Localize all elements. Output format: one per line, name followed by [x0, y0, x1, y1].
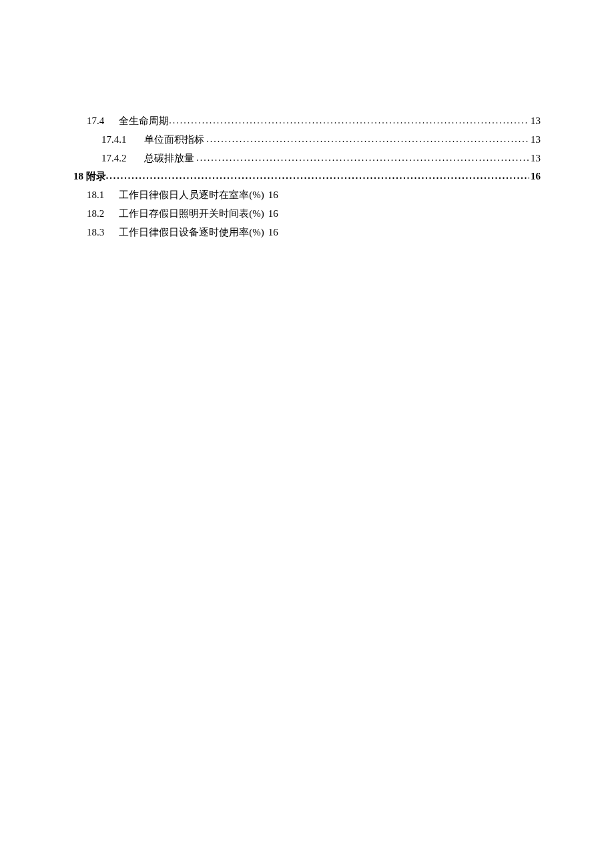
toc-title: 工作日律假日人员逐时在室率(%): [119, 186, 264, 205]
toc-title: 全生命周期: [119, 112, 169, 131]
toc-leader: ........................................…: [106, 167, 529, 185]
toc-number: 17.4.1: [101, 131, 127, 149]
toc-number: 18.1: [87, 186, 104, 205]
toc-leader: ........................................…: [169, 112, 529, 129]
toc-title: 附录: [86, 167, 106, 186]
toc-page: 16: [529, 167, 541, 186]
toc-leader: ........................................…: [206, 131, 529, 148]
toc-entry-18: 18 附录 ..................................…: [73, 167, 541, 186]
toc-entry-17-4: 17.4 全生命周期 .............................…: [73, 112, 541, 131]
toc-entry-17-4-2: 17.4.2 总碳排放量 ...........................…: [73, 149, 541, 168]
toc-entry-18-3: 18.3 工作日律假日设备逐时使用率(%) 16: [73, 224, 541, 242]
toc-page: 16: [267, 224, 278, 242]
toc-title: 工作日律假日设备逐时使用率(%): [119, 224, 264, 242]
toc-page: 13: [529, 131, 541, 149]
toc-page: 16: [267, 186, 278, 205]
toc-page: 13: [529, 149, 541, 168]
toc-title: 工作日存假日照明开关时间表(%): [119, 205, 264, 224]
toc-leader: ........................................…: [196, 149, 529, 167]
toc-title: 单位面积指标: [144, 131, 204, 149]
toc-number: 18.3: [87, 224, 104, 242]
toc-number: 18.2: [87, 205, 104, 224]
toc-number: 17.4.2: [101, 149, 127, 168]
toc-page: 16: [267, 205, 278, 224]
toc-entry-18-2: 18.2 工作日存假日照明开关时间表(%) 16: [73, 205, 541, 224]
toc-number: 17.4: [87, 112, 104, 131]
toc-number: 18: [73, 167, 83, 186]
toc-entry-18-1: 18.1 工作日律假日人员逐时在室率(%) 16: [73, 186, 541, 205]
toc-page: 13: [529, 112, 541, 131]
toc-entry-17-4-1: 17.4.1 单位面积指标 ..........................…: [73, 131, 541, 149]
toc-title: 总碳排放量: [144, 149, 194, 168]
